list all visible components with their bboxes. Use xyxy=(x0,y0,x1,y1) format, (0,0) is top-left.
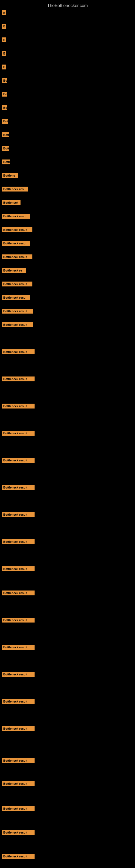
list-item: Bottleneck result xyxy=(2,322,33,328)
item-label: Bottleneck xyxy=(2,200,20,205)
list-item: Bottleneck result xyxy=(2,830,35,836)
item-label: Bottleneck result xyxy=(2,645,35,650)
list-item: Bottleneck result xyxy=(2,376,35,382)
item-label: Bottleneck result xyxy=(2,322,33,327)
list-item: Bottleneck result xyxy=(2,618,35,624)
list-item: Bottleneck result xyxy=(2,458,35,464)
item-label: Bottleneck result xyxy=(2,672,35,677)
list-item: Bottlene xyxy=(2,173,18,179)
item-label: Bottleneck res xyxy=(2,187,28,191)
list-item: Bottleneck result xyxy=(2,726,35,732)
list-item: Bottleneck result xyxy=(2,699,35,705)
item-label: Bottleneck result xyxy=(2,485,35,490)
item-label: Bottleneck result xyxy=(2,590,35,595)
item-label: Bottleneck result xyxy=(2,618,35,622)
item-label: Bo xyxy=(2,92,7,97)
item-label: B xyxy=(2,10,6,15)
item-label: B xyxy=(2,37,6,42)
list-item: Bo xyxy=(2,92,7,98)
item-label: Bot xyxy=(2,119,8,124)
item-label: Bott xyxy=(2,146,9,151)
item-label: Bottleneck result xyxy=(2,830,35,835)
item-label: Bottleneck result xyxy=(2,854,35,859)
list-item: Bottleneck xyxy=(2,200,20,206)
list-item: B xyxy=(2,10,6,16)
list-item: Bottleneck result xyxy=(2,227,32,233)
list-item: Bottleneck result xyxy=(2,645,35,651)
site-title: TheBottlenecker.com xyxy=(47,1,88,10)
item-label: Bottleneck result xyxy=(2,404,35,408)
list-item: Bott xyxy=(2,132,9,138)
list-item: Bottleneck resu xyxy=(2,295,30,301)
list-item: Bottleneck result xyxy=(2,431,35,437)
list-item: Bottleneck result xyxy=(2,485,35,491)
list-item: Bottleneck result xyxy=(2,254,32,260)
list-item: Bottleneck result xyxy=(2,282,32,287)
item-label: Bottl xyxy=(2,159,10,164)
list-item: Bottleneck result xyxy=(2,566,35,572)
list-item: B xyxy=(2,24,6,30)
item-label: B xyxy=(2,51,6,56)
item-label: Bottleneck result xyxy=(2,431,35,436)
item-label: Bott xyxy=(2,132,9,137)
item-label: Bottleneck result xyxy=(2,758,35,763)
item-label: Bottleneck result xyxy=(2,349,35,354)
item-label: Bottleneck result xyxy=(2,376,35,381)
item-label: Bottleneck result xyxy=(2,566,35,571)
item-label: Bottleneck result xyxy=(2,781,35,786)
item-label: Bottleneck result xyxy=(2,726,35,731)
item-label: Bottleneck result xyxy=(2,512,35,517)
item-label: Bottleneck resu xyxy=(2,295,30,300)
item-label: Bo xyxy=(2,105,7,110)
list-item: Bottleneck result xyxy=(2,590,35,596)
list-item: Bottleneck resu xyxy=(2,241,30,247)
list-item: Bottl xyxy=(2,159,10,165)
item-label: Bottleneck re xyxy=(2,268,26,273)
list-item: Bottleneck result xyxy=(2,781,35,787)
list-item: Bottleneck result xyxy=(2,349,35,355)
list-item: Bottleneck result xyxy=(2,512,35,518)
list-item: Bottleneck result xyxy=(2,854,35,860)
item-label: Bottleneck result xyxy=(2,806,35,811)
item-label: Bottleneck result xyxy=(2,227,32,232)
item-label: Bottleneck result xyxy=(2,699,35,704)
list-item: B xyxy=(2,51,6,57)
item-label: Bottleneck result xyxy=(2,539,35,544)
list-item: Bottleneck result xyxy=(2,806,35,812)
list-item: Bottleneck res xyxy=(2,187,28,193)
item-label: Bottlene xyxy=(2,173,18,178)
item-label: B xyxy=(2,24,6,29)
item-label: Bo xyxy=(2,78,7,83)
item-label: B xyxy=(2,65,6,69)
list-item: Bott xyxy=(2,146,9,152)
item-label: Bottleneck result xyxy=(2,458,35,463)
list-item: Bo xyxy=(2,78,7,84)
item-label: Bottleneck resu xyxy=(2,241,30,246)
item-label: Bottleneck result xyxy=(2,309,33,314)
list-item: Bottleneck result xyxy=(2,672,35,678)
list-item: B xyxy=(2,37,6,43)
item-label: Bottleneck result xyxy=(2,282,32,286)
list-item: Bot xyxy=(2,119,8,125)
list-item: B xyxy=(2,65,6,70)
list-item: Bottleneck result xyxy=(2,404,35,410)
item-label: Bottleneck resu xyxy=(2,214,30,219)
list-item: Bo xyxy=(2,105,7,111)
list-item: Bottleneck result xyxy=(2,539,35,545)
list-item: Bottleneck re xyxy=(2,268,26,274)
list-item: Bottleneck result xyxy=(2,758,35,764)
list-item: Bottleneck resu xyxy=(2,214,30,220)
list-item: Bottleneck result xyxy=(2,309,33,315)
item-label: Bottleneck result xyxy=(2,254,32,259)
